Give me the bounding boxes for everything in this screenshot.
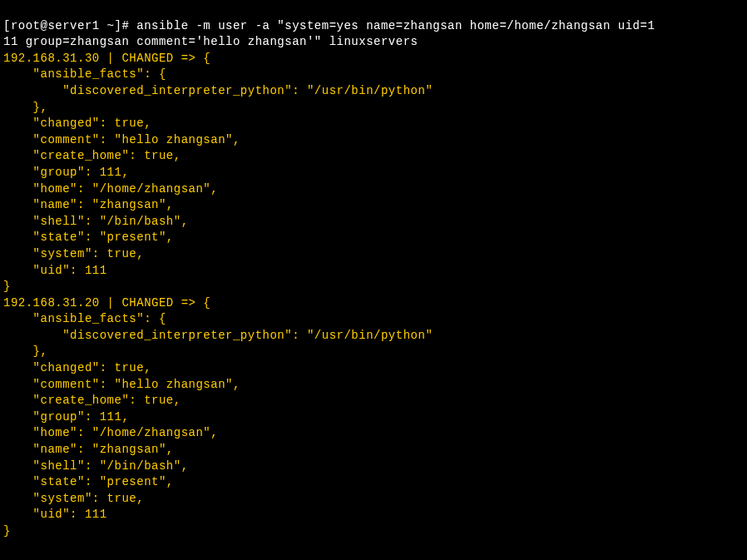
host2-interpreter: "discovered_interpreter_python": "/usr/b… <box>3 329 433 342</box>
host2-system: "system": true, <box>3 492 144 505</box>
host1-interpreter: "discovered_interpreter_python": "/usr/b… <box>3 84 433 97</box>
host2-ansible-facts-open: "ansible_facts": { <box>3 312 166 325</box>
host2-home: "home": "/home/zhangsan", <box>3 426 218 439</box>
host2-name: "name": "zhangsan", <box>3 443 174 456</box>
host1-system: "system": true, <box>3 247 144 260</box>
terminal-output: [root@server1 ~]# ansible -m user -a "sy… <box>3 2 744 540</box>
host1-name: "name": "zhangsan", <box>3 198 174 211</box>
host2-ansible-facts-close: }, <box>3 344 47 358</box>
host2-group: "group": 111, <box>3 410 129 424</box>
host2-create-home: "create_home": true, <box>3 394 181 407</box>
host2-changed: "changed": true, <box>3 361 151 374</box>
host1-ansible-facts-open: "ansible_facts": { <box>3 67 166 81</box>
host1-create-home: "create_home": true, <box>3 149 181 162</box>
host1-changed: "changed": true, <box>3 116 151 130</box>
host1-shell: "shell": "/bin/bash", <box>3 215 189 228</box>
host1-home: "home": "/home/zhangsan", <box>3 182 218 196</box>
host2-shell: "shell": "/bin/bash", <box>3 459 189 473</box>
host2-close: } <box>3 524 11 538</box>
host1-comment: "comment": "hello zhangsan", <box>3 133 240 146</box>
host2-header: 192.168.31.20 | CHANGED => { <box>3 296 210 310</box>
command-prompt-line2: 11 group=zhangsan comment='hello zhangsa… <box>3 35 418 48</box>
host1-uid: "uid": 111 <box>3 264 107 277</box>
host1-header: 192.168.31.30 | CHANGED => { <box>3 52 210 65</box>
host1-close: } <box>3 280 11 293</box>
command-prompt-line1: [root@server1 ~]# ansible -m user -a "sy… <box>3 19 655 32</box>
host2-comment: "comment": "hello zhangsan", <box>3 378 240 391</box>
host2-uid: "uid": 111 <box>3 508 107 521</box>
host1-group: "group": 111, <box>3 166 129 179</box>
host1-state: "state": "present", <box>3 230 174 244</box>
host1-ansible-facts-close: }, <box>3 101 47 114</box>
host2-state: "state": "present", <box>3 475 174 488</box>
